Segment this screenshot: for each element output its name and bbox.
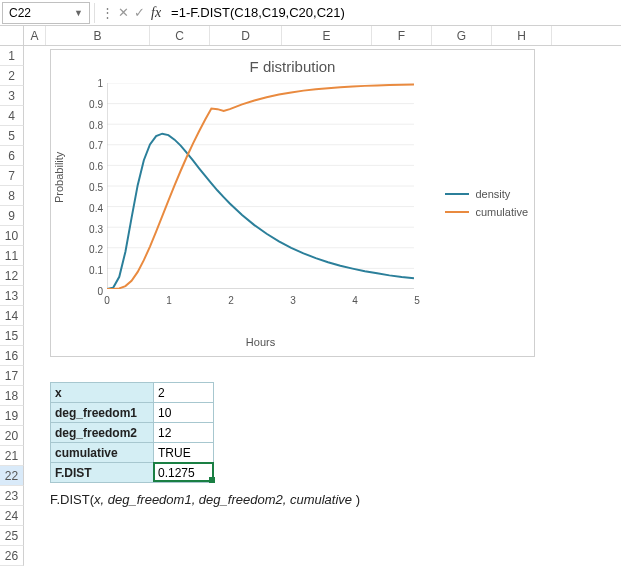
row-header[interactable]: 6 — [0, 146, 24, 166]
param-label[interactable]: deg_freedom1 — [50, 403, 154, 423]
row-header[interactable]: 12 — [0, 266, 24, 286]
row-header[interactable]: 2 — [0, 66, 24, 86]
plot-area: 00.10.20.30.40.50.60.70.80.91 012345 — [107, 83, 414, 291]
separator — [94, 3, 95, 23]
row-header[interactable]: 9 — [0, 206, 24, 226]
formula-input[interactable] — [167, 3, 621, 22]
row-header[interactable]: 5 — [0, 126, 24, 146]
col-header[interactable]: H — [492, 26, 552, 45]
col-header[interactable]: B — [46, 26, 150, 45]
param-label[interactable]: x — [50, 383, 154, 403]
formula-bar: C22 ▼ ⋮ ✕ ✓ fx — [0, 0, 621, 26]
spreadsheet: A B C D E F G H 123456789101112131415161… — [0, 26, 621, 566]
syntax-hint: F.DIST(x, deg_freedom1, deg_freedom2, cu… — [50, 492, 360, 507]
col-header[interactable]: F — [372, 26, 432, 45]
row-header[interactable]: 25 — [0, 526, 24, 546]
param-label[interactable]: F.DIST — [50, 463, 154, 483]
param-value[interactable]: 2 — [154, 383, 214, 403]
row-header[interactable]: 14 — [0, 306, 24, 326]
row-header[interactable]: 17 — [0, 366, 24, 386]
row-header[interactable]: 24 — [0, 506, 24, 526]
row-headers: 1234567891011121314151617181920212223242… — [0, 46, 24, 566]
col-header[interactable]: G — [432, 26, 492, 45]
column-headers: A B C D E F G H — [0, 26, 621, 46]
legend-label: cumulative — [475, 206, 528, 218]
row-header[interactable]: 23 — [0, 486, 24, 506]
param-value[interactable]: 10 — [154, 403, 214, 423]
row-header[interactable]: 16 — [0, 346, 24, 366]
syntax-fn: F.DIST( — [50, 492, 94, 507]
row-header[interactable]: 18 — [0, 386, 24, 406]
legend-item-cumulative: cumulative — [445, 206, 528, 218]
row-header[interactable]: 1 — [0, 46, 24, 66]
col-header[interactable]: E — [282, 26, 372, 45]
x-axis-label: Hours — [107, 336, 414, 348]
legend-item-density: density — [445, 188, 528, 200]
param-value[interactable]: 0.1275 — [154, 463, 214, 483]
row-header[interactable]: 26 — [0, 546, 24, 566]
row-header[interactable]: 21 — [0, 446, 24, 466]
col-header[interactable]: A — [24, 26, 46, 45]
col-header[interactable]: D — [210, 26, 282, 45]
cell-reference: C22 — [9, 6, 31, 20]
param-value[interactable]: TRUE — [154, 443, 214, 463]
param-value[interactable]: 12 — [154, 423, 214, 443]
row-header[interactable]: 19 — [0, 406, 24, 426]
col-header[interactable]: C — [150, 26, 210, 45]
y-axis-label: Probability — [53, 152, 65, 203]
cancel-icon[interactable]: ✕ — [115, 5, 131, 21]
cells-area[interactable]: F distribution Probability 00.10.20.30.4… — [24, 46, 621, 566]
chevron-down-icon: ▼ — [74, 8, 83, 18]
row-header[interactable]: 20 — [0, 426, 24, 446]
chart-title: F distribution — [51, 50, 534, 77]
row-header[interactable]: 13 — [0, 286, 24, 306]
more-icon[interactable]: ⋮ — [99, 5, 115, 21]
row-header[interactable]: 11 — [0, 246, 24, 266]
chart[interactable]: F distribution Probability 00.10.20.30.4… — [50, 49, 535, 357]
params-table: x2deg_freedom110deg_freedom212cumulative… — [50, 382, 214, 483]
param-label[interactable]: deg_freedom2 — [50, 423, 154, 443]
legend-swatch-icon — [445, 193, 469, 195]
row-header[interactable]: 15 — [0, 326, 24, 346]
row-header[interactable]: 4 — [0, 106, 24, 126]
row-header[interactable]: 22 — [0, 466, 24, 486]
legend: density cumulative — [445, 182, 528, 224]
row-header[interactable]: 3 — [0, 86, 24, 106]
check-icon[interactable]: ✓ — [131, 5, 147, 21]
syntax-close: ) — [356, 492, 360, 507]
row-header[interactable]: 10 — [0, 226, 24, 246]
legend-label: density — [475, 188, 510, 200]
syntax-params: x, deg_freedom1, deg_freedom2, cumulativ… — [94, 492, 356, 507]
fx-label[interactable]: fx — [147, 5, 167, 21]
select-all-corner[interactable] — [0, 26, 24, 45]
name-box[interactable]: C22 ▼ — [2, 2, 90, 24]
param-label[interactable]: cumulative — [50, 443, 154, 463]
row-header[interactable]: 8 — [0, 186, 24, 206]
row-header[interactable]: 7 — [0, 166, 24, 186]
legend-swatch-icon — [445, 211, 469, 213]
